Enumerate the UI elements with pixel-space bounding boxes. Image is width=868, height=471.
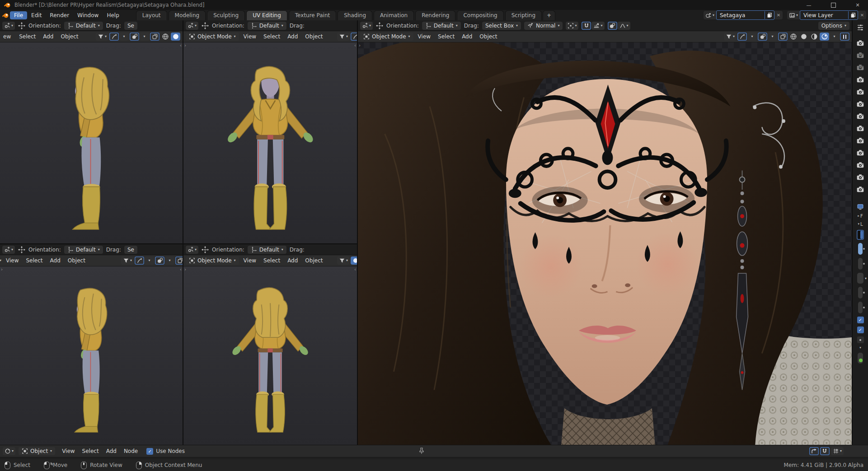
falloff-dropdown[interactable]: ▾ [618, 22, 630, 30]
material-preview-button[interactable] [809, 33, 819, 41]
main-menu-item[interactable]: Window [73, 11, 103, 19]
main-menu-item[interactable]: File [10, 11, 27, 19]
workspace-tab[interactable]: Layout [136, 10, 167, 20]
main-menu-item[interactable]: Render [46, 11, 73, 19]
mode-dropdown-clipped[interactable]: ▾ [0, 259, 1, 262]
pivot-point-dropdown[interactable]: ▾ [566, 22, 578, 30]
collapsed-dropdown[interactable]: ▾ [857, 273, 863, 284]
menu-item[interactable]: Add [47, 257, 64, 264]
menu-item[interactable]: View [414, 33, 434, 40]
proportional-edit-button[interactable] [758, 33, 767, 41]
workspace-tab[interactable]: Compositing [457, 10, 503, 20]
vp2-content[interactable]: › ‹ [183, 42, 357, 243]
workspace-tab[interactable]: Sculpting [207, 10, 245, 20]
menu-item[interactable]: Object [64, 257, 89, 264]
wireframe-shading-button[interactable] [160, 33, 170, 41]
rendered-shading-button[interactable] [820, 33, 829, 41]
menu-item[interactable]: Node [120, 448, 141, 454]
move-gizmo-icon[interactable] [18, 246, 25, 253]
wireframe-shading-button[interactable] [788, 33, 798, 41]
solid-shading-button[interactable] [171, 33, 180, 41]
move-gizmo-icon[interactable] [18, 22, 25, 29]
shader-mode-dropdown[interactable]: Object▾ [19, 447, 55, 455]
slider-control[interactable] [858, 258, 863, 270]
menu-item[interactable]: Add [284, 257, 301, 264]
filter-icon[interactable] [857, 24, 864, 31]
drag-dropdown[interactable]: Select Box▾ [482, 22, 521, 30]
maximize-button[interactable] [823, 0, 844, 10]
proportional-dropdown[interactable]: ▾ [140, 33, 149, 41]
snap-dropdown[interactable]: ▾ [119, 33, 129, 41]
menu-item[interactable]: Object [476, 33, 501, 40]
menu-item[interactable]: Select [260, 33, 284, 40]
proportional-edit-button[interactable] [608, 22, 617, 30]
rendered-view[interactable]: › [358, 42, 852, 445]
orientation-dropdown[interactable]: Default▾ [422, 22, 461, 30]
camera-icon[interactable]: ✕ [856, 173, 865, 181]
snap-dropdown[interactable]: ▾ [145, 256, 154, 265]
vp1-content[interactable]: ‹ [0, 42, 183, 243]
slider-control[interactable] [858, 287, 863, 298]
mode-dropdown[interactable]: Object Mode▾ [186, 33, 239, 41]
view-layer-type-button[interactable]: ▾ [787, 12, 800, 19]
menu-item[interactable]: Select [434, 33, 458, 40]
shading-dropdown[interactable]: ▾ [830, 33, 839, 41]
workspace-tab[interactable]: Scripting [505, 10, 542, 20]
menu-item[interactable]: Add [39, 33, 57, 40]
new-scene-button[interactable] [765, 11, 774, 19]
menu-item[interactable]: View [240, 33, 260, 40]
camera-icon[interactable]: ✕ [856, 149, 865, 157]
active-tool-button[interactable]: ▾ [2, 22, 15, 30]
dot-button[interactable] [857, 336, 864, 343]
snap-toggle-button[interactable] [582, 22, 591, 30]
camera-icon[interactable]: ✕ [856, 136, 865, 145]
main-menu-item[interactable]: Help [103, 11, 123, 19]
camera-icon[interactable]: ✕ [856, 88, 865, 96]
shading-button-clipped[interactable] [351, 256, 357, 265]
menu-item[interactable]: Select [260, 257, 284, 264]
menu-item[interactable]: View [240, 257, 260, 264]
options-dropdown[interactable]: Options▾ [818, 22, 849, 30]
pin-icon[interactable] [418, 447, 425, 454]
toggle-xray-button[interactable] [840, 33, 849, 41]
camera-icon[interactable]: ✕ [856, 124, 865, 132]
panel-header-l[interactable]: ▾L [858, 222, 863, 227]
transform-orientation-dropdown[interactable]: Normal▾ [524, 22, 563, 30]
slider-control[interactable] [858, 302, 863, 313]
menu-item[interactable]: View [58, 448, 78, 454]
checkbox-checked[interactable]: ✓ [857, 326, 864, 333]
menu-item[interactable]: Add [284, 33, 301, 40]
scene-name-field[interactable]: Setagaya [717, 12, 765, 19]
snap-dropdown[interactable]: ▾ [747, 33, 757, 41]
workspace-tab[interactable]: UV Editing [246, 10, 287, 20]
camera-icon[interactable]: ✕ [856, 51, 865, 59]
active-tool-button[interactable]: ▾ [186, 22, 198, 30]
move-gizmo-icon[interactable] [202, 22, 209, 29]
snap-toggle-button[interactable] [737, 33, 747, 41]
menu-item[interactable]: Add [458, 33, 476, 40]
new-view-layer-button[interactable] [848, 11, 858, 19]
menu-item[interactable]: View [2, 257, 22, 264]
display-toggle[interactable] [857, 230, 864, 240]
overlays-button[interactable] [778, 33, 788, 41]
remove-view-layer-button[interactable]: ✕ [858, 13, 866, 18]
active-tool-button[interactable]: ▾ [360, 22, 373, 30]
vp3-content[interactable]: › ‹ [0, 266, 183, 445]
menu-item[interactable]: Object [57, 33, 82, 40]
add-workspace-button[interactable]: + [543, 10, 555, 20]
workspace-tab[interactable]: Animation [374, 10, 414, 20]
snap-toggle-button[interactable] [109, 33, 119, 41]
snap-toggle-button[interactable] [135, 256, 144, 265]
node-snap-toggle[interactable] [820, 447, 830, 455]
drag-dropdown[interactable]: Se [124, 22, 137, 30]
workspace-tab[interactable]: Shading [338, 10, 372, 20]
monitor-icon[interactable] [857, 203, 864, 210]
editor-type-dropdown[interactable]: ▾ [3, 447, 15, 455]
select-visibility-dropdown[interactable]: ▾ [337, 256, 350, 265]
mode-dropdown[interactable]: Object Mode▾ [186, 256, 239, 265]
snap-toggle-button[interactable] [351, 33, 357, 41]
overlays-button[interactable] [150, 33, 160, 41]
select-visibility-dropdown[interactable]: ▾ [724, 33, 737, 41]
camera-icon[interactable]: ✕ [856, 75, 865, 84]
green-toggle[interactable] [858, 353, 863, 364]
